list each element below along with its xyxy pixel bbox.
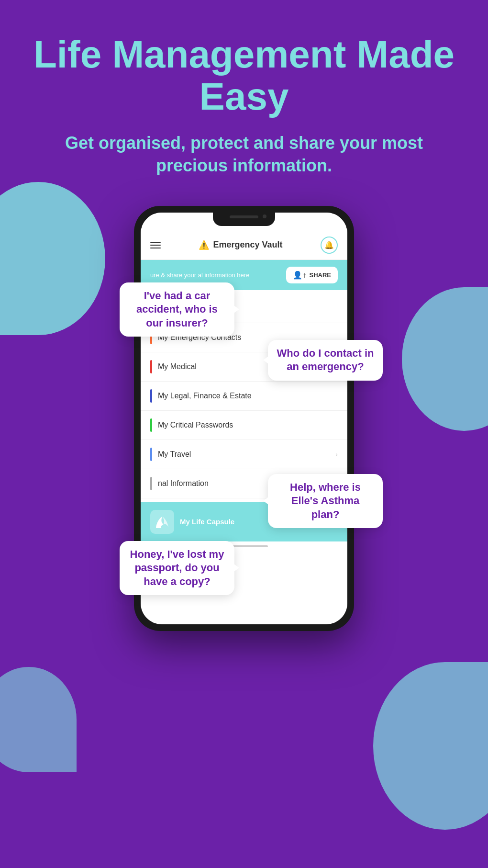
app-logo-text: My Life Capsule (180, 517, 234, 527)
menu-label-additional: nal Information (158, 479, 209, 488)
menu-item-passwords[interactable]: My Critical Passwords (141, 411, 347, 440)
menu-item-legal[interactable]: My Legal, Finance & Estate (141, 382, 347, 411)
speech-bubble-car-accident: I've had a car accident, who is our insu… (120, 282, 234, 337)
menu-label-legal: My Legal, Finance & Estate (158, 392, 252, 400)
hamburger-menu-button[interactable] (150, 242, 161, 248)
share-label: SHARE (309, 271, 331, 279)
menu-label-medical: My Medical (158, 362, 197, 371)
phone-notch (213, 213, 275, 226)
phone-section: I've had a car accident, who is our insu… (0, 206, 488, 660)
bell-icon: 🔔 (324, 240, 334, 249)
menu-label-passwords: My Critical Passwords (158, 421, 233, 429)
bg-shape-bottom-left (0, 667, 77, 772)
phone-wrapper: I've had a car accident, who is our insu… (134, 206, 354, 631)
svg-rect-0 (150, 510, 174, 534)
subtitle: Get organised, protect and share your mo… (29, 132, 459, 177)
speech-bubble-emergency: Who do I contact in an emergency? (268, 340, 383, 381)
menu-color-bar-legal (150, 389, 152, 403)
phone-notch-speaker (230, 215, 258, 218)
app-logo-icon (150, 510, 174, 534)
bg-shape-right-bottom (373, 662, 488, 830)
app-title-text: Emergency Vault (213, 240, 282, 250)
menu-color-bar-travel (150, 448, 152, 461)
page-wrapper: Life Management Made Easy Get organised,… (0, 0, 488, 868)
menu-item-travel[interactable]: My Travel › (141, 440, 347, 469)
main-title: Life Management Made Easy (29, 34, 459, 118)
banner-text: ure & share your al information here (150, 271, 249, 279)
menu-color-bar-medical (150, 360, 152, 373)
header-section: Life Management Made Easy Get organised,… (0, 0, 488, 187)
phone-notch-camera (263, 214, 266, 218)
menu-color-bar-additional (150, 477, 152, 490)
warning-icon: ⚠️ (199, 240, 209, 250)
chevron-icon-travel: › (335, 451, 338, 458)
bell-button[interactable]: 🔔 (321, 237, 338, 254)
speech-bubble-asthma: Help, where is Elle's Asthma plan? (268, 474, 383, 529)
speech-bubble-passport: Honey, I've lost my passport, do you hav… (120, 541, 234, 596)
menu-label-travel: My Travel (158, 450, 191, 459)
app-header-title: ⚠️ Emergency Vault (199, 240, 282, 250)
share-icon: 👤↑ (293, 271, 306, 280)
share-button[interactable]: 👤↑ SHARE (286, 267, 338, 283)
menu-color-bar-passwords (150, 418, 152, 432)
